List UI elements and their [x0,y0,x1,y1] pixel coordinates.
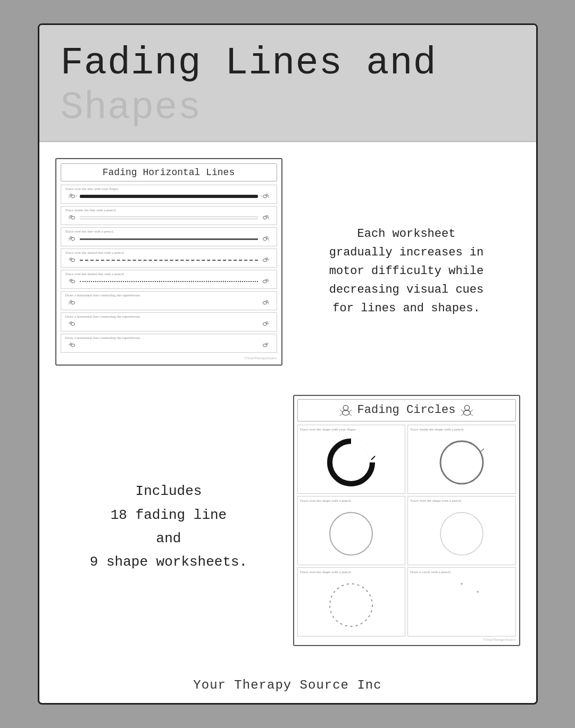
svg-point-32 [71,280,74,283]
svg-line-45 [268,303,269,304]
horizontal-lines-section: Fading Horizontal Lines Trace over the l… [55,158,282,384]
line-row-3: Trace over the line with a pencil. [61,227,277,246]
line-content-2 [65,214,272,221]
svg-point-38 [71,302,74,304]
row-label-4: Trace over the dotted line with a pencil… [65,251,124,255]
line-content-7 [65,320,272,328]
line-row-5: Trace over the dotted line with a pencil… [61,270,277,289]
circle-label-2: Trace inside the shape with a pencil. [410,427,464,432]
svg-point-22 [263,238,266,241]
svg-line-31 [268,260,269,261]
svg-line-67 [471,410,473,412]
dotted-line [80,281,258,282]
row-label-8: Draw a horizontal line connecting the su… [65,336,141,340]
svg-point-64 [464,410,471,415]
line-content-1 [65,193,272,200]
circle-container-1 [300,434,403,491]
row-label-5: Trace over the dotted line with a pencil… [65,272,124,276]
row-label-2: Trace inside the line with a pencil. [65,208,116,212]
line-row-4: Trace over the dotted line with a pencil… [61,249,277,268]
svg-point-52 [71,344,74,347]
ant-decoration-left [338,403,353,418]
line-content-5 [65,278,272,285]
header: Fading Lines and Shapes [39,25,536,142]
ant-icon-left-2 [68,214,78,221]
ant-icon-right-6 [260,299,270,307]
svg-line-3 [68,197,70,198]
ant-icon-right-5 [260,278,270,285]
row-label-3: Trace over the line with a pencil. [65,229,114,234]
svg-point-49 [263,323,266,326]
svg-point-46 [71,323,74,326]
circle-thick [324,436,378,489]
row-label-7: Draw a horizontal line connecting the su… [65,315,141,319]
svg-line-59 [339,410,342,412]
worksheet-watermark: ©YourTherapySource [61,355,277,360]
ant-icon-right-1 [260,193,270,200]
circle-cell-4: Trace over the shape with a pencil. [407,496,516,565]
row-label-1: Trace over the line with your finger. [65,187,119,191]
ant-icon-left-7 [68,320,78,328]
circle-label-5: Trace over the shape with a pencil. [300,570,352,574]
horizontal-worksheet-title: Fading Horizontal Lines [61,163,277,181]
line-content-4 [65,257,272,264]
svg-point-74 [440,512,483,555]
svg-line-72 [480,449,484,452]
circle-label-1: Trace over the shape with your finger. [300,427,356,432]
circle-cell-1: Trace over the shape with your finger. [297,425,406,494]
thick-solid-line [80,195,258,198]
svg-point-55 [263,344,266,347]
svg-line-16 [268,217,269,218]
ant-icon-left-8 [68,342,78,349]
svg-point-29 [263,259,266,262]
medium-solid-line [80,238,258,240]
ant-icon-right-7 [260,320,270,328]
row-label-6: Draw a horizontal line connecting the su… [65,293,141,297]
svg-point-26 [71,259,74,262]
svg-line-48 [68,324,70,325]
svg-line-8 [268,196,269,197]
ant-decoration-right [460,403,474,418]
line-row-7: Draw a horizontal line connecting the su… [61,312,277,332]
svg-line-51 [268,324,269,325]
ant-icon-right-4 [260,257,270,264]
title-light-text: Shapes [61,86,202,130]
circle-cell-5: Trace over the shape with a pencil. [297,567,406,636]
circles-worksheet-title: Fading Circles [297,399,516,421]
circle-container-3 [300,505,403,562]
svg-line-24 [268,238,269,239]
svg-line-13 [68,218,70,219]
svg-line-41 [68,303,70,304]
ant-icon-right-3 [260,235,270,243]
horizontal-worksheet-preview: Fading Horizontal Lines Trace over the l… [55,158,282,366]
circle-cell-2: Trace inside the shape with a pencil. [407,425,516,494]
description-section: Each worksheet gradually increases in mo… [293,158,520,384]
svg-line-60 [339,413,342,416]
line-content-8 [65,342,272,349]
circle-dotted [324,578,378,632]
svg-line-61 [349,410,352,412]
title-dark-text: Fading Lines and [61,42,437,85]
svg-point-0 [71,195,74,198]
svg-point-14 [263,217,266,219]
svg-point-75 [330,584,372,626]
ant-icon-left-5 [68,278,78,285]
circle-label-3: Trace over the shape with a pencil. [300,499,352,503]
svg-line-4 [76,196,77,197]
ant-icon-left-4 [68,257,78,264]
svg-point-63 [465,405,470,410]
circles-title-text: Fading Circles [357,403,456,417]
svg-line-37 [268,281,269,282]
svg-line-65 [461,410,464,412]
footer-text: Your Therapy Source Inc [193,678,381,692]
circle-label-4: Trace over the shape with a pencil. [410,499,462,503]
ant-icon-left-3 [68,235,78,243]
circle-container-2 [410,434,513,491]
ant-icon-left-6 [68,299,78,307]
circle-lighter [435,507,488,560]
svg-line-20 [68,238,70,239]
svg-point-57 [343,405,348,410]
svg-line-40 [68,302,70,303]
svg-line-28 [68,260,70,261]
svg-point-42 [263,302,266,304]
